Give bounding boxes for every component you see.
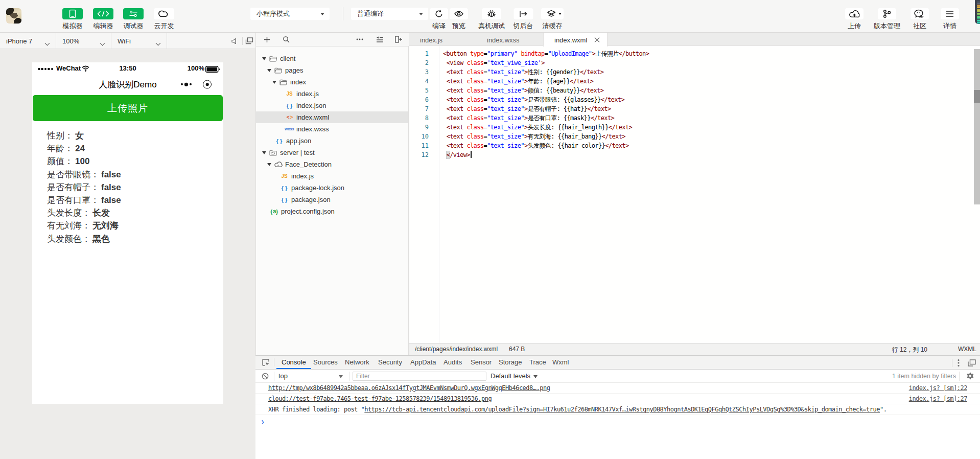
miniapp-more-icon[interactable] xyxy=(181,83,192,86)
inspect-element-icon[interactable] xyxy=(262,359,270,366)
mute-icon[interactable] xyxy=(229,33,240,49)
result-row: 头发长度：长发 xyxy=(47,206,121,219)
toolbar-button-label: 社区 xyxy=(911,21,929,31)
tree-item-index.wxml[interactable]: < >index.wxml xyxy=(256,111,408,123)
devtools-tab-storage[interactable]: Storage xyxy=(494,356,527,369)
new-file-icon[interactable] xyxy=(261,33,272,46)
tree-item-index.js[interactable]: JSindex.js xyxy=(256,170,408,182)
toolbar-button-background[interactable]: 切后台 xyxy=(514,0,533,33)
editor-tab-index.wxss[interactable]: index.wxss xyxy=(476,33,543,46)
hidden-by-filters-label: 1 item hidden by filters xyxy=(892,370,956,383)
more-menu-icon[interactable] xyxy=(958,359,960,367)
devtools-tab-appdata[interactable]: AppData xyxy=(405,356,441,369)
result-row: 是否带眼镜：false xyxy=(47,168,121,181)
compile-mode-select[interactable]: 普通编译 xyxy=(351,8,428,20)
console-source-link[interactable]: index.js? [sm]:27 xyxy=(906,394,967,404)
toolbar-button-label: 上传 xyxy=(845,21,864,31)
log-levels-select[interactable]: Default levels xyxy=(491,370,538,383)
file-path: /client/pages/index/index.wxml xyxy=(415,346,498,353)
tree-item-project.config.json[interactable]: {}project.config.json xyxy=(256,205,408,217)
expand-arrow-icon[interactable] xyxy=(267,69,271,72)
toolbar-button-community[interactable]: 社区 xyxy=(911,0,929,33)
mode-select[interactable]: 小程序模式 xyxy=(250,8,330,20)
toolbar-button-compile[interactable]: 编译 xyxy=(430,0,448,33)
devtools-tab-security[interactable]: Security xyxy=(373,356,407,369)
upload-photo-button[interactable]: 上传照片 xyxy=(33,95,223,121)
expand-arrow-icon[interactable] xyxy=(272,81,276,84)
editor-tab-index.js[interactable]: index.js xyxy=(409,33,476,46)
console-source-link[interactable]: index.js? [sm]:22 xyxy=(906,383,967,393)
toolbar-button-preview[interactable]: 预览 xyxy=(450,0,468,33)
toolbar-button-cloud-dev[interactable]: 云开发 xyxy=(154,0,174,33)
undock-icon[interactable] xyxy=(968,359,976,366)
devtools-tab-sources[interactable]: Sources xyxy=(308,356,343,369)
line-number: 4 xyxy=(409,77,429,86)
console-link[interactable]: https://tcb-api.tencentcloudapi.com/uplo… xyxy=(364,406,880,413)
network-select[interactable]: WiFi xyxy=(111,33,167,49)
expand-arrow-icon[interactable] xyxy=(262,57,266,60)
tree-item-face-detection[interactable]: Face_Detection xyxy=(256,158,408,170)
close-tab-icon[interactable] xyxy=(594,36,600,43)
editor-tab-index.wxml[interactable]: index.wxml xyxy=(543,33,608,47)
console-toolbar: top Default levels 1 item hidden by filt… xyxy=(255,370,980,383)
tree-item-package-lock.json[interactable]: { }package-lock.json xyxy=(256,182,408,194)
tree-item-index.js[interactable]: JSindex.js xyxy=(256,88,408,100)
console-link[interactable]: http://tmp/wx8b6489942a5bbeaa.o6zAJsx14f… xyxy=(268,384,550,392)
console-log-row: cloud://test-f97abe.7465-test-f97abe-125… xyxy=(255,394,980,404)
user-avatar[interactable] xyxy=(6,8,21,24)
tree-item-index[interactable]: index xyxy=(256,76,408,88)
devtools-tab-wxml[interactable]: Wxml xyxy=(547,356,574,369)
devtools-tab-console[interactable]: Console xyxy=(276,356,311,369)
tree-item-server-test[interactable]: server | test xyxy=(256,147,408,158)
language-mode[interactable]: WXML xyxy=(958,346,976,353)
code-line: 7 <text class="text_size">是否有帽子: {{hat}}… xyxy=(409,104,980,113)
tree-item-pages[interactable]: pages xyxy=(256,64,408,76)
toolbar-button-upload[interactable]: 上传 xyxy=(845,0,864,33)
toolbar-button-simulator[interactable]: 模拟器 xyxy=(62,0,83,33)
toolbar-button-clear-cache[interactable]: 清缓存 xyxy=(541,0,564,33)
tree-item-index.json[interactable]: { }index.json xyxy=(256,100,408,111)
expand-arrow-icon[interactable] xyxy=(267,163,271,166)
collapse-sidebar-icon[interactable] xyxy=(393,33,404,46)
device-select[interactable]: iPhone 7 xyxy=(0,33,56,49)
devtools-tab-sensor[interactable]: Sensor xyxy=(465,356,497,369)
result-value: false xyxy=(101,170,121,179)
network-select-value: WiFi xyxy=(118,37,131,45)
editor-scrollbar-thumb[interactable] xyxy=(974,90,980,103)
line-number: 1 xyxy=(409,49,429,58)
tree-item-package.json[interactable]: { }package.json xyxy=(256,194,408,205)
miniapp-exit-icon[interactable] xyxy=(203,80,212,89)
toolbar-button-version[interactable]: 版本管理 xyxy=(874,0,900,33)
editor-scrollbar[interactable] xyxy=(974,49,980,204)
result-value: false xyxy=(101,182,121,192)
multi-window-icon[interactable] xyxy=(244,33,255,49)
expand-arrow-icon[interactable] xyxy=(262,151,266,154)
tree-item-app.json[interactable]: { }app.json xyxy=(256,135,408,147)
code-icon xyxy=(93,8,113,19)
devtools-tab-network[interactable]: Network xyxy=(340,356,375,369)
code-editor[interactable]: 1<button type="primary" bindtap="UploadI… xyxy=(409,46,980,343)
console-link[interactable]: cloud://test-f97abe.7465-test-f97abe-125… xyxy=(268,395,492,402)
search-icon[interactable] xyxy=(281,33,291,46)
toolbar-button-details[interactable]: 详情 xyxy=(941,0,959,33)
toolbar-button-remote-debug[interactable]: 真机调试 xyxy=(478,0,505,33)
context-select[interactable]: top xyxy=(278,370,288,383)
outline-icon[interactable] xyxy=(375,33,385,46)
filter-input[interactable] xyxy=(353,372,486,381)
clear-console-icon[interactable] xyxy=(262,373,269,380)
console-settings-gear-icon[interactable] xyxy=(967,372,974,380)
more-actions-icon[interactable] xyxy=(355,33,364,46)
code-line: 9 <text class="text_size">头发长度: {{hair_l… xyxy=(409,123,980,132)
result-label: 是否有口罩： xyxy=(47,195,99,205)
result-value: 长发 xyxy=(92,208,110,218)
svg-text:{: { xyxy=(270,209,273,215)
devtools-tab-audits[interactable]: Audits xyxy=(438,356,467,369)
console-prompt[interactable]: ❯ xyxy=(255,415,980,426)
toolbar-button-debugger[interactable]: 调试器 xyxy=(123,0,144,33)
zoom-select[interactable]: 100% xyxy=(56,33,111,49)
result-label: 是否带眼镜： xyxy=(47,170,99,179)
tree-item-client[interactable]: client xyxy=(256,53,408,64)
tree-item-index.wxss[interactable]: wxssindex.wxss xyxy=(256,123,408,135)
toolbar-button-editor[interactable]: 编辑器 xyxy=(93,0,113,33)
cursor-position[interactable]: 行 12，列 10 xyxy=(892,346,927,354)
